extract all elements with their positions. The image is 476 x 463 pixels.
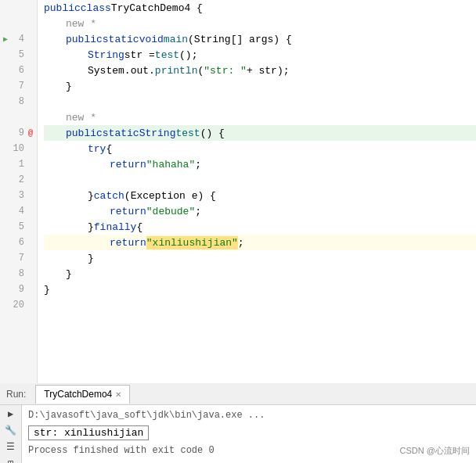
- token: ;: [195, 159, 201, 170]
- play-icon[interactable]: ▶: [3, 408, 19, 420]
- token: (String[] args) {: [188, 34, 292, 45]
- code-line: [44, 94, 476, 109]
- gutter-row: 10: [0, 141, 37, 156]
- line-number: 20: [11, 300, 27, 310]
- token: String: [88, 49, 124, 61]
- run-arrow[interactable]: [0, 159, 11, 170]
- token: out: [131, 65, 149, 77]
- run-arrow[interactable]: [0, 18, 11, 29]
- line-number: 1: [11, 159, 27, 170]
- code-lines: public class TryCatchDemo4 {new *public …: [38, 0, 476, 383]
- code-line: try {: [44, 141, 476, 156]
- code-line: [44, 172, 476, 188]
- gutter-row: 2: [0, 172, 37, 188]
- run-arrow[interactable]: [0, 268, 11, 279]
- gutter-row: 3: [0, 188, 37, 203]
- gutter-row: [0, 16, 37, 31]
- code-line: public static void main(String[] args) {: [44, 31, 476, 47]
- code-line: } catch (Exception e) {: [44, 188, 476, 203]
- output-result: str: xinliushijian: [28, 425, 149, 440]
- line-number: 6: [11, 237, 27, 248]
- token: + str);: [247, 65, 290, 77]
- close-tab-icon[interactable]: ✕: [115, 390, 121, 399]
- run-arrow[interactable]: [0, 96, 11, 107]
- token: {: [136, 221, 142, 233]
- run-arrow[interactable]: [0, 81, 11, 92]
- code-line: }: [44, 78, 476, 94]
- code-container: ▶456789@1012345678920 public class TryCa…: [0, 0, 476, 383]
- gutter-row: 7: [0, 78, 37, 94]
- run-arrow[interactable]: [0, 143, 11, 154]
- code-line: new *: [44, 16, 476, 31]
- gutter-row: 20: [0, 297, 37, 313]
- gutter-row: [0, 109, 37, 125]
- token: str =: [124, 49, 155, 61]
- gutter-row: 5: [0, 219, 37, 235]
- token: "str: ": [204, 65, 247, 77]
- run-arrow[interactable]: [0, 65, 11, 76]
- wrench-icon[interactable]: 🔧: [3, 425, 19, 436]
- token: ;: [238, 237, 244, 249]
- token: finally: [94, 221, 137, 233]
- code-line: public class TryCatchDemo4 {: [44, 0, 476, 16]
- editor-area: ▶456789@1012345678920 public class TryCa…: [0, 0, 476, 383]
- token: public: [66, 127, 103, 139]
- run-arrow[interactable]: [0, 284, 11, 295]
- token: println: [155, 65, 198, 77]
- line-gutter: ▶456789@1012345678920: [0, 0, 38, 383]
- line-number: 2: [11, 174, 27, 185]
- run-tabs-bar: Run: TryCatchDemo4 ✕: [0, 383, 476, 405]
- run-label: Run:: [6, 389, 32, 400]
- run-arrow[interactable]: [0, 127, 11, 138]
- run-arrow[interactable]: ▶: [0, 34, 11, 45]
- line-number: 9: [11, 284, 27, 295]
- list-icon[interactable]: ☰: [3, 441, 19, 453]
- run-arrow[interactable]: [0, 221, 11, 232]
- run-tab[interactable]: TryCatchDemo4 ✕: [35, 385, 130, 404]
- code-line: String str = test();: [44, 47, 476, 63]
- token: static: [103, 34, 139, 45]
- code-line: }: [44, 250, 476, 266]
- token: new *: [66, 18, 96, 30]
- run-arrow[interactable]: [0, 49, 11, 60]
- run-arrow[interactable]: [0, 2, 11, 13]
- token: "hahaha": [146, 159, 195, 170]
- run-tab-label: TryCatchDemo4: [44, 389, 112, 400]
- run-arrow[interactable]: [0, 190, 11, 201]
- token: .: [149, 65, 155, 77]
- token: () {: [200, 127, 225, 139]
- breakpoint-area[interactable]: @: [27, 128, 34, 138]
- token: String: [139, 127, 176, 139]
- line-number: 7: [11, 81, 27, 92]
- gutter-row: 4: [0, 203, 37, 219]
- code-line: System.out.println("str: " + str);: [44, 63, 476, 78]
- run-arrow[interactable]: [0, 300, 11, 310]
- line-number: 5: [11, 221, 27, 232]
- token: return: [110, 206, 146, 217]
- token: {: [106, 143, 112, 155]
- token: class: [81, 2, 111, 14]
- line-number: 5: [11, 49, 27, 60]
- token: }: [88, 253, 94, 264]
- token: (: [197, 65, 204, 77]
- code-line: } finally {: [44, 219, 476, 235]
- stack-icon[interactable]: ⊞: [3, 458, 19, 463]
- run-arrow[interactable]: [0, 112, 11, 123]
- run-arrow[interactable]: [0, 206, 11, 217]
- token: TryCatchDemo4 {: [111, 2, 203, 14]
- line-number: 9: [11, 127, 27, 138]
- run-arrow[interactable]: [0, 237, 11, 248]
- token: }: [44, 284, 50, 296]
- run-arrow[interactable]: [0, 253, 11, 264]
- gutter-row: 1: [0, 156, 37, 172]
- token: public: [66, 34, 103, 45]
- token: new *: [66, 112, 96, 124]
- run-arrow[interactable]: [0, 174, 11, 185]
- line-number: 4: [11, 206, 27, 217]
- token: try: [88, 143, 106, 155]
- gutter-row: 6: [0, 235, 37, 250]
- token: System: [88, 65, 124, 77]
- line-number: 4: [11, 34, 27, 45]
- line-number: 8: [11, 96, 27, 107]
- token: }: [66, 268, 72, 280]
